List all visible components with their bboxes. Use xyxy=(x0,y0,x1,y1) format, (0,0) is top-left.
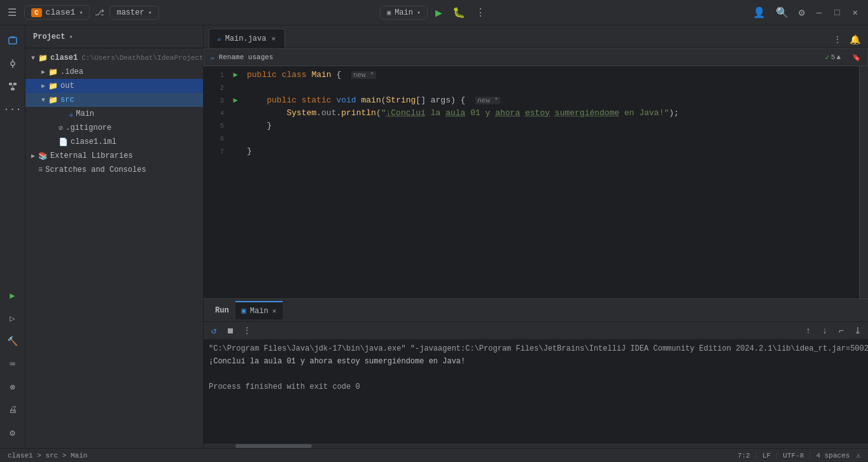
titlebar: ☰ C clase1 ▾ ⎇ master ▾ ▣ Main ▾ ▶ 🐛 ⋮ 👤… xyxy=(0,0,868,25)
code-content-1: public class Main { new * xyxy=(242,69,859,81)
tree-label-main: Main xyxy=(76,109,94,118)
run-config-name: Main xyxy=(395,8,413,17)
rerun-button[interactable]: ↺ xyxy=(206,323,221,339)
tree-item-out[interactable]: ▶ 📁 out xyxy=(25,79,203,93)
tree-item-src[interactable]: ▼ 📁 src xyxy=(25,93,203,107)
bottom-tabs: Run ▣ Main ✕ xyxy=(204,299,868,322)
svg-rect-8 xyxy=(228,328,233,333)
line-num-7: 7 xyxy=(204,145,229,158)
tab-main-java[interactable]: ☕ Main.java ✕ xyxy=(209,29,285,48)
settings-icon[interactable]: ⚙ xyxy=(795,4,809,22)
run-config-dropdown-icon[interactable]: ▾ xyxy=(417,9,421,17)
editor-tabs: ☕ Main.java ✕ ⋮ 🔔 xyxy=(204,25,868,48)
tab-close-button[interactable]: ✕ xyxy=(270,33,277,44)
branch-dropdown-icon[interactable]: ▾ xyxy=(148,9,152,17)
scrollbar-thumb[interactable] xyxy=(235,444,312,448)
titlebar-center: ▣ Main ▾ ▶ 🐛 ⋮ xyxy=(380,3,488,22)
sidebar-print-icon[interactable]: 🖨 xyxy=(3,400,23,420)
sidebar-problems-icon[interactable]: ⊗ xyxy=(3,377,23,397)
maximize-button[interactable]: □ xyxy=(829,5,844,20)
svg-rect-0 xyxy=(9,38,17,44)
tab-java-icon: ☕ xyxy=(217,34,221,43)
sidebar-run-icon[interactable]: ▶ xyxy=(3,285,23,305)
project-badge: C xyxy=(31,8,42,17)
sidebar-settings2-icon[interactable]: ⚙ xyxy=(3,423,23,443)
run-tab-label[interactable]: Run xyxy=(209,302,235,319)
tree-label-idea: .idea xyxy=(60,67,83,76)
sidebar-project-icon[interactable] xyxy=(3,31,23,51)
tree-label-out: out xyxy=(60,81,74,90)
tree-arrow-src: ▼ xyxy=(38,97,48,104)
status-breadcrumb[interactable]: clase1 > src > Main xyxy=(5,452,90,459)
project-panel-dropdown-icon[interactable]: ▾ xyxy=(69,33,73,41)
run-config-selector[interactable]: ▣ Main ▾ xyxy=(380,6,428,20)
sidebar-play2-icon[interactable]: ▷ xyxy=(3,308,23,328)
sidebar-structure-icon[interactable] xyxy=(3,76,23,97)
run-button[interactable]: ▶ xyxy=(433,3,445,22)
tree-item-iml[interactable]: 📄 clase1.iml xyxy=(25,135,203,149)
status-charset[interactable]: UTF-8 xyxy=(780,452,806,459)
more-actions-button[interactable]: ⋮ xyxy=(473,4,488,22)
status-warning-icon[interactable]: ⚠ xyxy=(853,451,863,459)
line-num-3: 3 xyxy=(204,94,229,107)
account-icon[interactable]: 👤 xyxy=(749,4,769,22)
editor-tab-actions: ⋮ 🔔 xyxy=(830,32,863,48)
code-content-5: } xyxy=(242,120,859,132)
checkmark-count: ✓ 5 ▲ xyxy=(825,53,841,62)
status-line-ending[interactable]: LF xyxy=(760,452,773,459)
tree-arrow-clase1: ▼ xyxy=(28,55,38,62)
run-tab-close-button[interactable]: ✕ xyxy=(272,307,277,315)
tree-item-idea[interactable]: ▶ 📁 .idea xyxy=(25,65,203,79)
close-button[interactable]: ✕ xyxy=(848,4,863,20)
project-dropdown-icon[interactable]: ▾ xyxy=(79,9,83,17)
run-tab-main[interactable]: ▣ Main ✕ xyxy=(235,301,283,319)
svg-rect-4 xyxy=(9,83,12,85)
line-num-4: 4 xyxy=(204,107,229,120)
svg-point-1 xyxy=(11,62,15,66)
sidebar-more-icon[interactable]: ··· xyxy=(3,99,23,120)
output-line-cmd: "C:\Program Files\Java\jdk-17\bin\java.e… xyxy=(209,342,863,355)
count-up-icon[interactable]: ▲ xyxy=(836,53,841,61)
status-sep-2: | xyxy=(774,451,779,460)
svg-rect-6 xyxy=(11,88,15,90)
scroll-up-button[interactable]: ↑ xyxy=(801,323,816,339)
more-run-options-button[interactable]: ⋮ xyxy=(239,323,255,339)
project-name[interactable]: clase1 xyxy=(46,8,76,17)
scroll-down-button[interactable]: ↓ xyxy=(817,323,832,339)
run-btn-1[interactable]: ▶ xyxy=(233,69,237,81)
bookmark-gutter-icon[interactable]: 🔖 xyxy=(852,53,861,62)
run-gutter-1[interactable]: ▶ xyxy=(229,69,242,81)
tree-item-external-libs[interactable]: ▶ 📚 External Libraries xyxy=(25,149,203,163)
bottom-scrollbar[interactable] xyxy=(204,443,868,448)
hamburger-menu-icon[interactable]: ☰ xyxy=(5,4,19,22)
tree-item-gitignore[interactable]: ⊘ .gitignore xyxy=(25,121,203,135)
sidebar-hammer-icon[interactable]: 🔨 xyxy=(3,331,23,351)
run-btn-3[interactable]: ▶ xyxy=(233,94,237,107)
tree-label-gitignore: .gitignore xyxy=(66,123,111,132)
output-line-exit: Process finished with exit code 0 xyxy=(209,381,863,393)
status-indent[interactable]: 4 spaces xyxy=(814,452,853,459)
rename-label[interactable]: Rename usages xyxy=(219,53,274,61)
sidebar-commit-icon[interactable] xyxy=(3,53,23,74)
tree-item-clase1[interactable]: ▼ 📁 clase1 C:\Users\Deathbat\IdeaProject… xyxy=(25,51,203,65)
run-gutter-3[interactable]: ▶ xyxy=(229,94,242,107)
soft-wrap-button[interactable]: ⌐ xyxy=(834,323,849,339)
branch-icon: ⎇ xyxy=(95,8,104,18)
scroll-to-end-button[interactable]: ⤓ xyxy=(850,323,865,339)
stop-button[interactable] xyxy=(223,323,238,339)
code-editor[interactable]: 1 ▶ public class Main { new * 2 3 ▶ xyxy=(204,66,859,298)
minimize-button[interactable]: — xyxy=(811,5,827,20)
tree-path-clase1: C:\Users\Deathbat\IdeaProjects\clase1 xyxy=(81,54,203,62)
status-position[interactable]: 7:2 xyxy=(735,452,753,459)
debug-button[interactable]: 🐛 xyxy=(450,4,468,22)
search-icon[interactable]: 🔍 xyxy=(772,4,792,22)
tree-item-main[interactable]: ☕ Main xyxy=(25,107,203,121)
java-icon-main: ☕ xyxy=(69,109,73,119)
recent-files-button[interactable]: ⋮ xyxy=(830,32,844,48)
tree-item-scratches[interactable]: ≡ Scratches and Consoles xyxy=(25,163,203,177)
notifications-button[interactable]: 🔔 xyxy=(847,32,863,48)
sidebar-terminal-icon[interactable]: ⌨ xyxy=(3,354,23,374)
branch-selector[interactable]: master ▾ xyxy=(109,6,158,20)
tree-label-clase1: clase1 xyxy=(50,53,78,62)
status-sep-1: | xyxy=(754,451,759,460)
